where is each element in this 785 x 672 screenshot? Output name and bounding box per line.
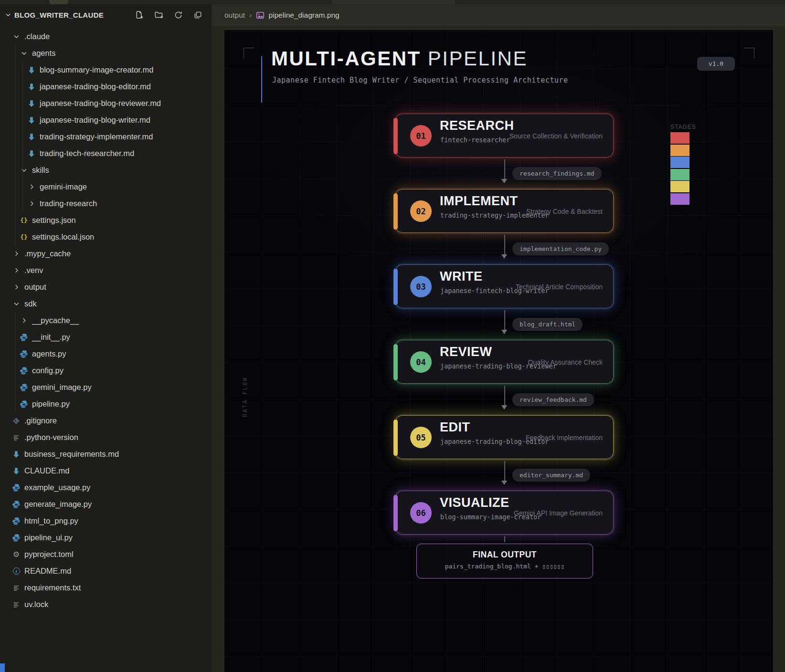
tree-item-file[interactable]: example_usage.py <box>0 479 212 496</box>
stage-card: 01RESEARCHfintech-researcherSource Colle… <box>395 114 614 158</box>
stage-title: WRITE <box>440 269 483 284</box>
artifact-chip: review_feedback.md <box>512 393 594 406</box>
tree-item-label: pipeline.py <box>32 399 70 409</box>
stage-accent-bar <box>393 269 398 305</box>
breadcrumb-file[interactable]: pipeline_diagram.png <box>268 11 339 20</box>
tree-item-file[interactable]: __init__.py <box>0 329 212 346</box>
tree-item-label: gemini-image <box>40 182 87 191</box>
tree-item-folder[interactable]: agents <box>0 45 212 62</box>
stage-number-badge: 04 <box>410 351 432 373</box>
flow-arrow-line <box>504 159 505 179</box>
text-file-icon <box>11 433 21 442</box>
markdown-icon <box>27 82 36 92</box>
tree-item-label: requirements.txt <box>24 583 81 592</box>
artifact-chip: editor_summary.md <box>512 469 590 482</box>
tree-item-label: README.md <box>24 567 71 576</box>
flow-arrowhead-icon <box>501 254 507 259</box>
tree-item-file[interactable]: ⚙pyproject.toml <box>0 546 212 563</box>
tree-item-folder[interactable]: .mypy_cache <box>0 245 212 262</box>
legend-swatch <box>670 169 690 180</box>
stage-accent-bar <box>393 495 398 531</box>
tree-item-file[interactable]: blog-summary-image-creator.md <box>0 62 212 78</box>
tree-item-file[interactable]: .gitignore <box>0 412 212 429</box>
chevron-right-icon <box>27 182 36 192</box>
flow-arrow-line <box>504 461 505 481</box>
tree-item-file[interactable]: iREADME.md <box>0 563 212 579</box>
tree-item-label: .venv <box>24 266 43 275</box>
tree-item-folder[interactable]: .claude <box>0 28 212 45</box>
stage-desc-label: Technical Article Composition <box>516 283 603 291</box>
tree-item-file[interactable]: trading-tech-researcher.md <box>0 145 212 162</box>
text-file-icon <box>11 600 21 609</box>
chevron-right-icon <box>27 199 36 209</box>
tree-item-file[interactable]: requirements.txt <box>0 579 212 596</box>
tree-item-file[interactable]: business_requirements.md <box>0 446 212 462</box>
stage-number-badge: 02 <box>410 200 432 222</box>
chevron-right-icon <box>11 266 21 275</box>
stage-title: IMPLEMENT <box>440 194 518 209</box>
tree-item-file[interactable]: CLAUDE.md <box>0 462 212 479</box>
tree-item-file[interactable]: gemini_image.py <box>0 379 212 396</box>
python-icon <box>19 366 29 376</box>
tree-item-file[interactable]: {}settings.json <box>0 212 212 229</box>
tree-item-file[interactable]: .python-version <box>0 429 212 446</box>
tree-item-label: skills <box>32 166 49 175</box>
tree-item-label: .claude <box>24 32 50 41</box>
tree-item-label: business_requirements.md <box>24 450 119 459</box>
stage-title: VISUALIZE <box>440 495 509 510</box>
tree-item-folder[interactable]: gemini-image <box>0 178 212 195</box>
tab-strip-segment <box>49 0 68 4</box>
json-icon: {} <box>19 216 29 225</box>
stage-desc-label: Quality Assurance Check <box>528 358 603 366</box>
legend-swatch <box>670 193 690 205</box>
stage-number-badge: 01 <box>410 125 432 147</box>
new-folder-icon[interactable] <box>153 10 164 20</box>
tree-item-label: agents <box>32 49 56 58</box>
tree-item-folder[interactable]: .venv <box>0 262 212 279</box>
tree-item-folder[interactable]: __pycache__ <box>0 312 212 329</box>
tree-item-label: japanese-trading-blog-editor.md <box>40 82 151 91</box>
tree-item-label: trading-tech-researcher.md <box>40 149 134 158</box>
flow-arrowhead-icon <box>501 405 507 410</box>
markdown-icon <box>27 65 36 75</box>
tree-item-folder[interactable]: sdk <box>0 295 212 312</box>
breadcrumb-folder[interactable]: output <box>224 11 245 20</box>
tree-item-label: pipeline_ui.py <box>24 533 73 542</box>
file-tree: .claudeagentsblog-summary-image-creator.… <box>0 25 212 669</box>
python-icon <box>19 399 29 409</box>
tree-item-file[interactable]: config.py <box>0 362 212 379</box>
tree-item-folder[interactable]: skills <box>0 162 212 178</box>
tree-item-file[interactable]: uv.lock <box>0 596 212 613</box>
tree-item-file[interactable]: pipeline_ui.py <box>0 529 212 546</box>
tree-item-label: trading-research <box>40 199 97 208</box>
stage-accent-bar <box>393 420 398 456</box>
tree-item-file[interactable]: html_to_png.py <box>0 513 212 529</box>
final-output-title: FINAL OUTPUT <box>417 550 593 560</box>
stage-card: 06VISUALIZEblog-summary-image-creatorGem… <box>395 491 614 535</box>
final-output-box: FINAL OUTPUT pairs_trading_blog.html + ▯… <box>416 544 593 578</box>
tree-item-file[interactable]: generate_image.py <box>0 496 212 513</box>
tree-item-file[interactable]: trading-strategy-implementer.md <box>0 128 212 145</box>
tree-item-file[interactable]: {}settings.local.json <box>0 229 212 245</box>
artifact-chip: blog_draft.html <box>512 318 583 331</box>
tree-item-file[interactable]: pipeline.py <box>0 396 212 412</box>
tree-item-label: generate_image.py <box>24 500 92 509</box>
diagram-title: MULTI-AGENT PIPELINE <box>271 47 528 70</box>
tree-item-file[interactable]: japanese-trading-blog-writer.md <box>0 112 212 128</box>
stage-desc-label: Gemini API Image Generation <box>514 509 603 517</box>
stage-agent-label: fintech-researcher <box>440 136 510 144</box>
tree-item-label: settings.json <box>32 216 76 225</box>
new-file-icon[interactable] <box>134 10 144 20</box>
tree-item-file[interactable]: agents.py <box>0 346 212 362</box>
tree-item-file[interactable]: japanese-trading-blog-editor.md <box>0 78 212 95</box>
tree-item-file[interactable]: japanese-trading-blog-reviewer.md <box>0 95 212 112</box>
explorer-sidebar: BLOG_WRITER_CLAUDE .claudeagentsblog-sum… <box>0 4 212 672</box>
collapse-all-icon[interactable] <box>192 10 203 20</box>
explorer-section-header[interactable]: BLOG_WRITER_CLAUDE <box>0 4 212 25</box>
refresh-icon[interactable] <box>173 10 183 20</box>
stage-desc-label: Source Collection & Verification <box>509 132 603 140</box>
stage-number-badge: 06 <box>410 502 432 524</box>
tree-item-label: html_to_png.py <box>24 516 78 525</box>
tree-item-folder[interactable]: output <box>0 279 212 295</box>
tree-item-folder[interactable]: trading-research <box>0 195 212 212</box>
